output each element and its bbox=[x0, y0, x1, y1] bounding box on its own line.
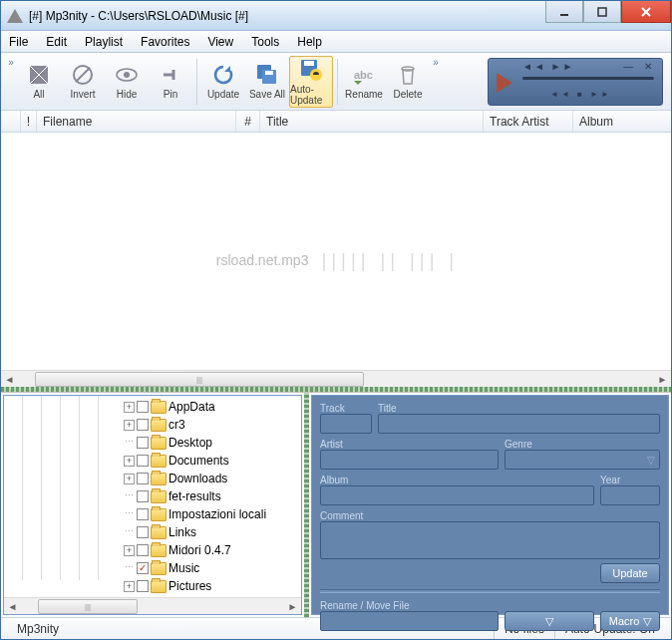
genre-combo[interactable] bbox=[504, 450, 660, 470]
player-window-icons[interactable]: — ✕ bbox=[623, 61, 656, 72]
menu-file[interactable]: File bbox=[9, 35, 28, 49]
toolbar-chevron-right-icon[interactable]: » bbox=[430, 57, 442, 68]
menu-edit[interactable]: Edit bbox=[46, 35, 67, 49]
tree-checkbox[interactable] bbox=[137, 544, 149, 556]
menu-playlist[interactable]: Playlist bbox=[85, 35, 123, 49]
folder-tree[interactable]: +AppData+cr3⋯Desktop+Documents+Downloads… bbox=[4, 396, 301, 597]
tree-item-label: Downloads bbox=[168, 472, 227, 485]
player-prev-next-icons[interactable]: ◄◄ ►► bbox=[522, 61, 574, 72]
album-input[interactable] bbox=[320, 485, 594, 505]
folder-icon bbox=[151, 437, 167, 450]
expand-icon[interactable]: + bbox=[124, 474, 135, 484]
tree-leaf-icon[interactable]: ⋯ bbox=[124, 438, 135, 449]
col-bang[interactable]: ! bbox=[21, 111, 37, 132]
tree-checkbox[interactable] bbox=[137, 437, 149, 449]
tree-checkbox[interactable] bbox=[137, 580, 149, 592]
tree-checkbox[interactable] bbox=[137, 401, 149, 413]
toolbar-chevron-left-icon[interactable]: » bbox=[5, 57, 17, 68]
svg-point-8 bbox=[124, 72, 130, 78]
rename-button[interactable]: abcRename bbox=[342, 56, 386, 108]
menu-view[interactable]: View bbox=[207, 35, 233, 49]
comment-textarea[interactable] bbox=[320, 521, 660, 559]
rename-icon: abc bbox=[352, 63, 376, 87]
tree-item-label: AppData bbox=[168, 400, 215, 414]
folder-icon bbox=[151, 544, 167, 557]
artist-input[interactable] bbox=[320, 450, 499, 470]
svg-rect-13 bbox=[265, 71, 273, 75]
auto-update-button[interactable]: Auto-Update bbox=[289, 56, 333, 108]
tree-checkbox[interactable] bbox=[137, 526, 149, 538]
delete-button[interactable]: Delete bbox=[386, 56, 430, 108]
tree-hscrollbar[interactable]: ◄ ||| ► bbox=[4, 597, 301, 614]
scroll-right-icon[interactable]: ► bbox=[284, 598, 301, 615]
scroll-left-icon[interactable]: ◄ bbox=[1, 371, 18, 388]
invert-button[interactable]: Invert bbox=[61, 56, 105, 108]
svg-text:abc: abc bbox=[354, 69, 373, 81]
maximize-button[interactable] bbox=[583, 1, 621, 23]
expand-icon[interactable]: + bbox=[124, 402, 135, 413]
folder-icon bbox=[151, 401, 167, 414]
tree-checkbox[interactable] bbox=[137, 490, 149, 502]
col-artist[interactable]: Track Artist bbox=[484, 111, 573, 132]
all-button[interactable]: All bbox=[17, 56, 61, 108]
folder-icon bbox=[151, 419, 167, 432]
tree-leaf-icon[interactable]: ⋯ bbox=[124, 527, 135, 538]
rename-input[interactable] bbox=[320, 611, 499, 631]
album-label: Album bbox=[320, 475, 348, 485]
hide-button[interactable]: Hide bbox=[105, 56, 149, 108]
tree-item-label: Documents bbox=[168, 454, 229, 468]
menu-help[interactable]: Help bbox=[297, 35, 322, 49]
col-title[interactable]: Title bbox=[260, 111, 484, 132]
titlebar[interactable]: [#] Mp3nity - C:\Users\RSLOAD\Music [#] bbox=[1, 1, 671, 31]
col-album[interactable]: Album bbox=[573, 111, 671, 132]
vertical-splitter[interactable] bbox=[304, 393, 309, 617]
window-title: [#] Mp3nity - C:\Users\RSLOAD\Music [#] bbox=[29, 9, 545, 23]
expand-icon[interactable]: + bbox=[124, 420, 135, 431]
update-button[interactable]: Update bbox=[201, 56, 245, 108]
expand-icon[interactable]: + bbox=[124, 545, 135, 556]
expand-icon[interactable]: + bbox=[124, 456, 135, 467]
file-list[interactable]: rsload.net.mp3 ||||| || ||| | ◄ ||| ► bbox=[1, 133, 671, 387]
year-input[interactable] bbox=[600, 485, 660, 505]
rename-dropdown-button[interactable]: ▽ bbox=[504, 611, 594, 631]
title-input[interactable] bbox=[378, 414, 660, 434]
scroll-right-icon[interactable]: ► bbox=[654, 371, 671, 388]
tree-checkbox[interactable] bbox=[137, 473, 149, 484]
tree-checkbox[interactable] bbox=[137, 419, 149, 431]
menu-favorites[interactable]: Favorites bbox=[141, 35, 189, 49]
macro-button[interactable]: Macro ▽ bbox=[600, 611, 660, 631]
tree-item-label: Music bbox=[168, 561, 199, 575]
play-icon[interactable] bbox=[497, 73, 512, 93]
trash-icon bbox=[396, 63, 420, 87]
pin-button[interactable]: Pin bbox=[149, 56, 192, 108]
tree-checkbox[interactable] bbox=[137, 455, 149, 467]
col-blank[interactable] bbox=[1, 111, 21, 132]
tree-leaf-icon[interactable]: ⋯ bbox=[124, 491, 135, 502]
save-all-button[interactable]: Save All bbox=[245, 56, 289, 108]
comment-label: Comment bbox=[320, 510, 363, 521]
save-all-icon bbox=[255, 63, 279, 87]
svg-point-18 bbox=[402, 67, 414, 71]
mini-player[interactable]: ◄◄ ►► — ✕ ◄◄ ■ ►► bbox=[488, 58, 663, 106]
col-number[interactable]: # bbox=[236, 111, 260, 132]
player-progress[interactable] bbox=[522, 77, 654, 80]
app-window: [#] Mp3nity - C:\Users\RSLOAD\Music [#] … bbox=[0, 0, 672, 640]
tree-checkbox[interactable] bbox=[137, 562, 149, 574]
list-hscrollbar[interactable]: ◄ ||| ► bbox=[1, 370, 671, 387]
scroll-thumb[interactable]: ||| bbox=[38, 599, 138, 614]
col-filename[interactable]: Filename bbox=[37, 111, 236, 132]
menu-tools[interactable]: Tools bbox=[251, 35, 279, 49]
track-input[interactable] bbox=[320, 414, 372, 434]
expand-icon[interactable]: + bbox=[124, 581, 135, 592]
update-tags-button[interactable]: Update bbox=[600, 563, 660, 583]
scroll-left-icon[interactable]: ◄ bbox=[4, 598, 21, 615]
scroll-thumb[interactable]: ||| bbox=[35, 372, 364, 387]
minimize-button[interactable] bbox=[545, 1, 583, 23]
player-transport-icons[interactable]: ◄◄ ■ ►► bbox=[550, 90, 612, 99]
tree-leaf-icon[interactable]: ⋯ bbox=[124, 563, 135, 574]
close-button[interactable] bbox=[621, 1, 671, 23]
tree-checkbox[interactable] bbox=[137, 508, 149, 520]
tree-leaf-icon[interactable]: ⋯ bbox=[124, 509, 135, 520]
barcode-icon: ||||| || ||| | bbox=[318, 249, 456, 270]
properties-panel: Track Title Artist Genre Album Year Comm… bbox=[311, 395, 669, 615]
